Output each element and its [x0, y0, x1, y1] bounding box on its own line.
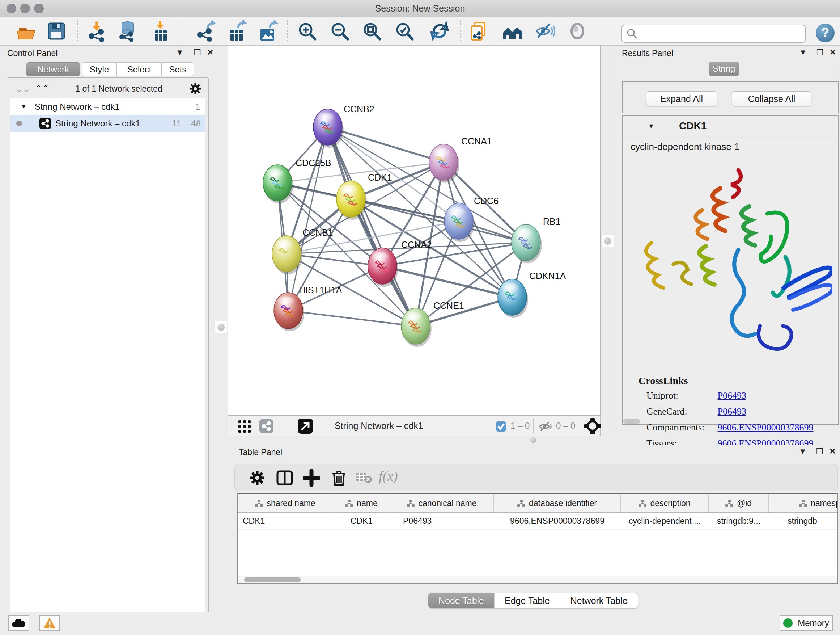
- zoom-fit-icon[interactable]: [361, 20, 383, 42]
- table-h-scrollbar-thumb[interactable]: [244, 578, 301, 582]
- show-columns-icon[interactable]: [276, 469, 294, 486]
- crosslink-link[interactable]: P06493: [718, 406, 746, 417]
- column-header[interactable]: shared name: [238, 494, 333, 512]
- cell-canonical-name[interactable]: P06493: [390, 513, 494, 529]
- crosslink-link[interactable]: P06493: [718, 390, 746, 401]
- network-node[interactable]: [274, 293, 304, 331]
- zoom-selected-icon[interactable]: [393, 20, 415, 42]
- cell-description[interactable]: cyclin-dependent ...: [621, 513, 709, 529]
- gene-card-scrollbar[interactable]: [623, 419, 640, 424]
- right-splitter-handle[interactable]: [602, 235, 614, 247]
- table-row[interactable]: CDK1 CDK1 P06493 9606.ENSP00000378699 cy…: [238, 513, 837, 530]
- network-graph[interactable]: CCNB2CCNA1CDC25BCDK1CDC6RB1CCNB1CCNA2CDK…: [228, 46, 600, 415]
- results-panel-float-icon[interactable]: ▼: [799, 48, 807, 57]
- fit-content-crosshair-icon[interactable]: [584, 418, 601, 434]
- network-node[interactable]: [336, 181, 367, 220]
- memory-button[interactable]: Memory: [780, 615, 833, 631]
- tab-select[interactable]: Select: [117, 62, 162, 76]
- cloud-status-button[interactable]: [8, 615, 29, 631]
- tab-node-table[interactable]: Node Table: [428, 593, 494, 608]
- network-node[interactable]: [444, 203, 475, 242]
- network-node[interactable]: [429, 144, 459, 183]
- zoom-out-icon[interactable]: [329, 20, 351, 42]
- first-neighbors-icon[interactable]: [502, 20, 523, 42]
- birdseye-grid-icon[interactable]: [238, 420, 251, 432]
- gene-card-header[interactable]: ▼ CDK1: [622, 116, 838, 136]
- gene-collapse-arrow-icon[interactable]: ▼: [648, 122, 654, 130]
- table-panel-float-icon[interactable]: ▼: [799, 447, 807, 456]
- network-edge[interactable]: [328, 127, 444, 162]
- column-header[interactable]: description: [621, 494, 709, 512]
- refresh-icon[interactable]: [429, 20, 450, 42]
- add-column-icon[interactable]: [303, 469, 320, 486]
- network-edge[interactable]: [288, 310, 416, 326]
- column-header[interactable]: namespace: [769, 494, 838, 512]
- network-row-selected[interactable]: String Network – cdk1 11 48: [11, 115, 205, 132]
- network-edge[interactable]: [351, 199, 526, 242]
- delete-column-icon[interactable]: [330, 469, 347, 486]
- tab-sets[interactable]: Sets: [162, 62, 194, 76]
- save-session-icon[interactable]: [46, 20, 67, 42]
- show-all-icon[interactable]: [567, 20, 588, 42]
- network-node[interactable]: [272, 236, 302, 274]
- hide-selected-icon[interactable]: [534, 20, 555, 42]
- horizontal-splitter-handle[interactable]: [528, 437, 538, 443]
- control-panel-float-icon[interactable]: ▼: [176, 48, 184, 57]
- table-panel-maximize-icon[interactable]: ❒: [816, 447, 823, 456]
- tab-style[interactable]: Style: [82, 62, 117, 76]
- help-button[interactable]: ?: [816, 24, 835, 42]
- table-h-scrollbar[interactable]: [238, 576, 837, 583]
- column-header[interactable]: @id: [709, 494, 769, 512]
- results-panel-close-icon[interactable]: ✕: [829, 48, 836, 57]
- selected-checkbox-icon[interactable]: [496, 421, 506, 432]
- tab-network[interactable]: Network: [26, 62, 80, 76]
- tab-network-table[interactable]: Network Table: [561, 593, 638, 608]
- zoom-in-icon[interactable]: [296, 20, 318, 42]
- open-session-icon[interactable]: [16, 20, 38, 42]
- collapse-all-icon[interactable]: ⌄⌄: [15, 83, 30, 95]
- crosslink-link[interactable]: 9606.ENSP00000378699: [718, 422, 813, 432]
- import-database-icon[interactable]: [117, 20, 139, 42]
- export-table-icon[interactable]: [226, 20, 248, 42]
- network-collection-row[interactable]: ▼ String Network – cdk1 1: [11, 98, 205, 115]
- cell-shared-name[interactable]: CDK1: [238, 513, 333, 529]
- network-edges: [278, 127, 526, 326]
- table-panel-close-icon[interactable]: ✕: [829, 447, 836, 456]
- table-options-gear-icon[interactable]: [248, 469, 266, 486]
- open-in-new-window-icon[interactable]: [298, 418, 313, 434]
- expand-all-button[interactable]: Expand All: [646, 91, 717, 106]
- warnings-button[interactable]: [39, 615, 60, 631]
- import-network-icon[interactable]: [87, 20, 108, 42]
- network-node[interactable]: [498, 279, 528, 318]
- clone-network-icon[interactable]: [469, 20, 491, 42]
- string-view-icon[interactable]: [259, 419, 273, 433]
- tab-edge-table[interactable]: Edge Table: [494, 593, 561, 608]
- export-network-icon[interactable]: [195, 20, 217, 42]
- tree-expand-arrow-icon[interactable]: ▼: [21, 103, 27, 111]
- network-canvas[interactable]: CCNB2CCNA1CDC25BCDK1CDC6RB1CCNB1CCNA2CDK…: [228, 46, 600, 416]
- cell-id[interactable]: stringdb:9...: [709, 513, 769, 529]
- network-node[interactable]: [512, 225, 542, 263]
- left-splitter-handle[interactable]: [215, 321, 227, 333]
- control-panel-maximize-icon[interactable]: ❒: [194, 48, 201, 57]
- column-header[interactable]: name: [333, 494, 390, 512]
- network-edge[interactable]: [328, 127, 416, 326]
- left-splitter[interactable]: [215, 46, 227, 606]
- export-image-icon[interactable]: [257, 20, 279, 42]
- collapse-all-button[interactable]: Collapse All: [732, 91, 812, 106]
- import-table-icon[interactable]: [150, 20, 172, 42]
- cell-database-identifier[interactable]: 9606.ENSP00000378699: [494, 513, 621, 529]
- control-panel-close-icon[interactable]: ✕: [207, 48, 213, 57]
- search-input[interactable]: [640, 28, 805, 39]
- network-node[interactable]: [401, 308, 431, 347]
- right-splitter[interactable]: [601, 46, 615, 436]
- cell-name[interactable]: CDK1: [333, 513, 390, 529]
- network-options-gear-icon[interactable]: [189, 82, 202, 95]
- results-panel-maximize-icon[interactable]: ❒: [816, 48, 824, 57]
- cell-namespace[interactable]: stringdb: [769, 513, 838, 529]
- tab-string[interactable]: String: [709, 62, 739, 76]
- column-header[interactable]: database identifier: [494, 494, 621, 512]
- network-node[interactable]: [313, 109, 344, 148]
- column-header[interactable]: canonical name: [390, 494, 494, 512]
- expand-all-icon[interactable]: ⌃⌃: [35, 83, 49, 95]
